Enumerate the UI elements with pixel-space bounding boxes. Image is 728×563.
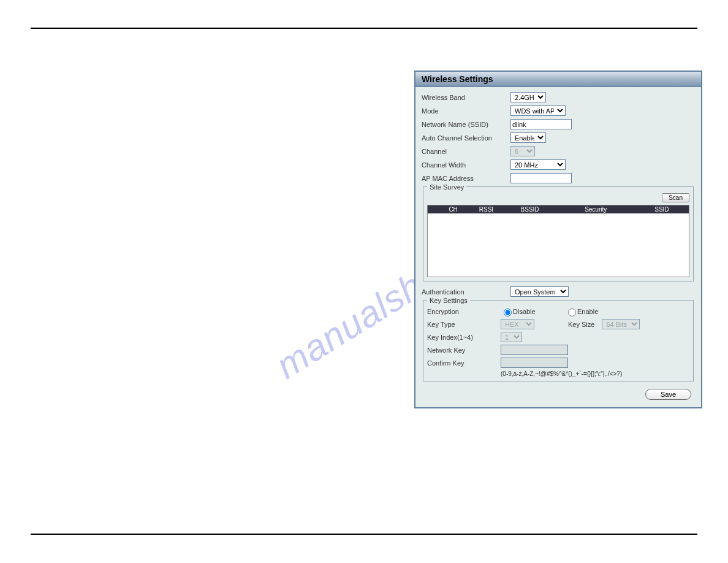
save-button[interactable]: Save bbox=[645, 389, 691, 400]
wireless-band-select[interactable]: 2.4GHz bbox=[510, 92, 546, 102]
key-settings-legend: Key Settings bbox=[427, 297, 470, 304]
panel-title: Wireless Settings bbox=[415, 72, 701, 87]
divider-bottom bbox=[31, 534, 697, 535]
key-size-label: Key Size bbox=[568, 321, 594, 328]
encryption-disable-label: Disable bbox=[513, 308, 565, 315]
scan-button[interactable]: Scan bbox=[662, 193, 689, 202]
auto-channel-label: Auto Channel Selection bbox=[422, 134, 510, 142]
mode-label: Mode bbox=[422, 107, 510, 115]
confirm-key-label: Confirm Key bbox=[427, 359, 501, 367]
key-type-select[interactable]: HEX bbox=[501, 319, 534, 329]
form-area: Wireless Band 2.4GHz Mode WDS with AP Ne… bbox=[415, 87, 701, 407]
key-hint: (0-9,a-z,A-Z,~!@#$%^&*()_+`-={}[];'\:"|,… bbox=[501, 370, 689, 377]
channel-width-label: Channel Width bbox=[422, 161, 510, 169]
channel-select[interactable]: 6 bbox=[510, 146, 535, 156]
confirm-key-input[interactable] bbox=[501, 358, 568, 368]
site-survey-fieldset: Site Survey Scan CH RSSI BSSID Security … bbox=[423, 186, 694, 282]
encryption-enable-label: Enable bbox=[577, 308, 598, 315]
key-settings-fieldset: Key Settings Encryption Disable Enable K… bbox=[423, 300, 694, 381]
col-ch: CH bbox=[437, 206, 470, 213]
auto-channel-select[interactable]: Enable bbox=[510, 132, 546, 143]
encryption-disable-radio[interactable] bbox=[504, 308, 512, 316]
encryption-label: Encryption bbox=[427, 308, 501, 315]
survey-table: CH RSSI BSSID Security SSID bbox=[427, 205, 689, 277]
ap-mac-input[interactable] bbox=[510, 173, 572, 183]
key-index-select[interactable]: 1 bbox=[501, 332, 522, 342]
survey-header: CH RSSI BSSID Security SSID bbox=[428, 205, 689, 213]
col-rssi: RSSI bbox=[470, 206, 503, 213]
channel-label: Channel bbox=[422, 148, 510, 155]
ssid-label: Network Name (SSID) bbox=[422, 121, 510, 128]
ap-mac-label: AP MAC Address bbox=[422, 175, 510, 182]
site-survey-legend: Site Survey bbox=[427, 183, 466, 191]
auth-select[interactable]: Open System bbox=[510, 286, 569, 297]
network-key-input[interactable] bbox=[501, 345, 568, 355]
key-size-select[interactable]: 64 Bits bbox=[602, 319, 640, 329]
col-ssid: SSID bbox=[635, 206, 689, 213]
auth-label: Authentication bbox=[422, 288, 510, 296]
mode-select[interactable]: WDS with AP bbox=[510, 105, 566, 116]
encryption-enable-radio[interactable] bbox=[568, 308, 576, 316]
col-security: Security bbox=[557, 206, 635, 213]
wireless-band-label: Wireless Band bbox=[422, 94, 510, 101]
divider-top bbox=[31, 28, 697, 29]
key-type-label: Key Type bbox=[427, 321, 501, 328]
ssid-input[interactable] bbox=[510, 119, 572, 129]
wireless-settings-panel: Wireless Settings Wireless Band 2.4GHz M… bbox=[414, 71, 702, 408]
channel-width-select[interactable]: 20 MHz bbox=[510, 159, 566, 170]
network-key-label: Network Key bbox=[427, 347, 501, 354]
key-index-label: Key Index(1~4) bbox=[427, 334, 501, 341]
col-bssid: BSSID bbox=[502, 206, 556, 213]
